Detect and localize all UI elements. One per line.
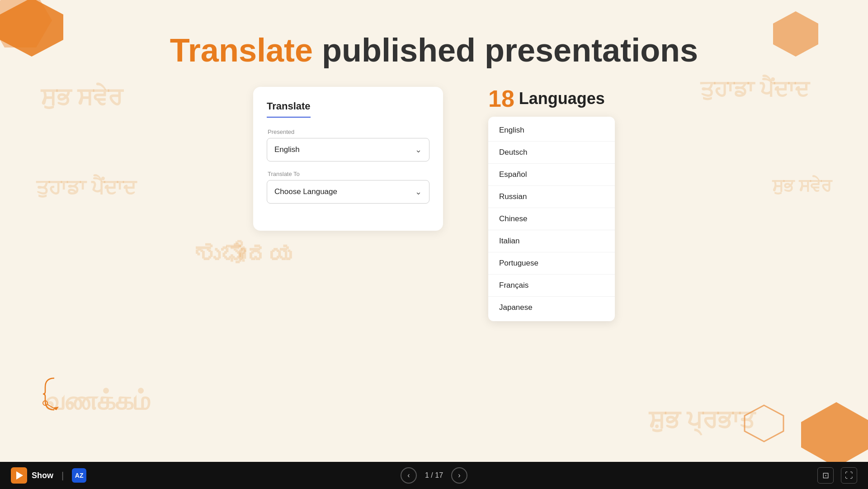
lang-item[interactable]: Français <box>488 274 615 296</box>
presented-dropdown[interactable]: English ⌄ <box>267 138 429 161</box>
next-button[interactable]: › <box>451 467 467 484</box>
main-content: Translate published presentations Transl… <box>0 0 868 452</box>
lang-item[interactable]: Portuguese <box>488 252 615 274</box>
translate-to-label: Translate To <box>267 171 429 177</box>
bar-right: ⊡ ⛶ <box>817 467 857 484</box>
middle-section: Translate Presented English ⌄ Translate … <box>253 87 615 321</box>
subtitles-icon: ⊡ <box>822 470 829 480</box>
lang-item[interactable]: Russian <box>488 185 615 208</box>
title-rest: published presentations <box>313 32 698 68</box>
bar-center: ‹ 1 / 17 › <box>401 467 467 484</box>
page-title: Translate published presentations <box>170 32 698 69</box>
play-icon <box>16 471 23 480</box>
bar-left: Show | AZ <box>11 467 86 484</box>
translate-icon-box: AZ <box>72 468 86 483</box>
presented-group: Presented English ⌄ <box>267 128 429 161</box>
lang-item[interactable]: Chinese <box>488 208 615 230</box>
title-area: Translate published presentations <box>170 32 698 69</box>
lang-item[interactable]: Italian <box>488 230 615 252</box>
lang-item[interactable]: Español <box>488 163 615 185</box>
card-title: Translate <box>267 100 311 118</box>
languages-list-inner[interactable]: EnglishDeutschEspañolRussianChineseItali… <box>488 117 615 321</box>
show-label: Show <box>32 471 53 480</box>
translate-card: Translate Presented English ⌄ Translate … <box>253 87 443 231</box>
translate-to-chevron-icon: ⌄ <box>415 187 422 197</box>
subtitles-button[interactable]: ⊡ <box>817 467 834 484</box>
presented-chevron-icon: ⌄ <box>415 145 422 155</box>
languages-list: EnglishDeutschEspañolRussianChineseItali… <box>488 117 615 321</box>
page-separator: / <box>431 471 435 479</box>
page-total: 17 <box>435 471 443 479</box>
lang-item[interactable]: Japanese <box>488 296 615 318</box>
page-indicator: 1 / 17 <box>425 471 443 480</box>
fullscreen-icon: ⛶ <box>845 471 853 480</box>
translate-icon: AZ <box>75 472 84 479</box>
lang-item[interactable]: Deutsch <box>488 141 615 163</box>
language-label: Languages <box>519 89 605 108</box>
fullscreen-button[interactable]: ⛶ <box>841 467 857 484</box>
bottom-bar: Show | AZ ‹ 1 / 17 › ⊡ ⛶ <box>0 462 868 489</box>
prev-button[interactable]: ‹ <box>401 467 417 484</box>
title-highlight: Translate <box>170 32 313 68</box>
language-count: 18 <box>488 87 514 110</box>
bar-separator: | <box>61 470 64 481</box>
presented-value: English <box>274 145 300 154</box>
translate-to-group: Translate To Choose Language ⌄ <box>267 171 429 204</box>
presented-label: Presented <box>267 128 429 135</box>
translate-to-dropdown[interactable]: Choose Language ⌄ <box>267 180 429 204</box>
translate-to-placeholder: Choose Language <box>274 187 337 196</box>
show-logo-box <box>11 467 27 484</box>
lang-item[interactable]: English <box>488 119 615 141</box>
page-current: 1 <box>425 471 429 479</box>
languages-panel: 18 Languages EnglishDeutschEspañolRussia… <box>488 87 615 321</box>
languages-header: 18 Languages <box>488 87 615 110</box>
